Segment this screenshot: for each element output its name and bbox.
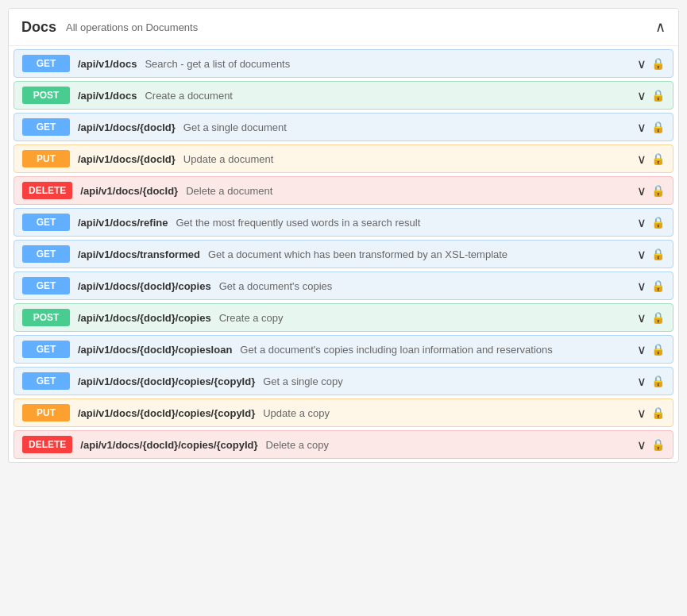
endpoint-path: /api/v1/docs/{docId}/copiesloan	[78, 344, 232, 356]
endpoint-row[interactable]: GET/api/v1/docs/{docId}/copies Get a doc…	[14, 271, 673, 300]
row-actions: ∨🔒	[637, 437, 665, 452]
endpoint-description: Create a copy	[219, 312, 629, 324]
method-badge-get: GET	[22, 277, 70, 295]
endpoint-row[interactable]: DELETE/api/v1/docs/{docId}/copies/{copyI…	[14, 430, 673, 459]
method-badge-get: GET	[22, 214, 70, 231]
docs-subtitle: All operations on Documents	[66, 21, 198, 33]
method-badge-put: PUT	[22, 404, 70, 422]
row-actions: ∨🔒	[637, 310, 665, 325]
method-badge-put: PUT	[22, 150, 70, 167]
row-actions: ∨🔒	[637, 183, 665, 198]
lock-icon: 🔒	[651, 216, 665, 229]
chevron-down-icon[interactable]: ∨	[637, 310, 646, 325]
chevron-down-icon[interactable]: ∨	[637, 406, 646, 421]
endpoint-description: Get a document's copies	[219, 280, 629, 292]
method-badge-get: GET	[22, 341, 70, 358]
lock-icon: 🔒	[651, 248, 665, 260]
chevron-down-icon[interactable]: ∨	[637, 152, 646, 167]
lock-icon: 🔒	[651, 121, 665, 133]
endpoint-row[interactable]: GET/api/v1/docs/transformed Get a docume…	[14, 240, 673, 268]
endpoint-description: Get a single document	[183, 121, 629, 133]
chevron-down-icon[interactable]: ∨	[637, 120, 646, 135]
lock-icon: 🔒	[651, 311, 665, 324]
endpoint-description: Get the most frequently used words in a …	[176, 217, 629, 229]
method-badge-delete: DELETE	[22, 436, 72, 453]
endpoint-path: /api/v1/docs/{docId}/copies/{copyId}	[78, 407, 255, 419]
chevron-down-icon[interactable]: ∨	[637, 342, 646, 357]
row-actions: ∨🔒	[637, 88, 665, 103]
endpoint-path: /api/v1/docs/transformed	[78, 248, 200, 260]
chevron-down-icon[interactable]: ∨	[637, 279, 646, 294]
endpoint-path: /api/v1/docs/{docId}	[80, 185, 178, 197]
endpoint-row[interactable]: GET/api/v1/docs Search - get a list of d…	[14, 49, 673, 78]
chevron-down-icon[interactable]: ∨	[637, 183, 646, 198]
row-actions: ∨🔒	[637, 406, 665, 421]
lock-icon: 🔒	[651, 279, 665, 292]
row-actions: ∨🔒	[637, 215, 665, 230]
chevron-down-icon[interactable]: ∨	[637, 437, 646, 452]
chevron-down-icon[interactable]: ∨	[637, 215, 646, 230]
chevron-down-icon[interactable]: ∨	[637, 247, 646, 262]
row-actions: ∨🔒	[637, 56, 665, 71]
method-badge-get: GET	[22, 118, 70, 136]
endpoint-description: Update a document	[183, 153, 629, 165]
chevron-down-icon[interactable]: ∨	[637, 374, 646, 389]
endpoints-container: GET/api/v1/docs Search - get a list of d…	[9, 49, 678, 459]
collapse-icon[interactable]: ∧	[655, 18, 666, 36]
row-actions: ∨🔒	[637, 120, 665, 135]
endpoint-path: /api/v1/docs	[78, 58, 137, 70]
endpoint-path: /api/v1/docs/{docId}/copies/{copyId}	[80, 439, 257, 451]
endpoint-description: Search - get a list of documents	[145, 58, 629, 70]
endpoint-description: Get a single copy	[263, 375, 629, 387]
endpoint-description: Create a document	[145, 90, 629, 102]
row-actions: ∨🔒	[637, 342, 665, 357]
lock-icon: 🔒	[651, 375, 665, 387]
endpoint-description: Get a document's copies including loan i…	[240, 344, 629, 356]
docs-title: Docs	[21, 19, 56, 36]
method-badge-get: GET	[22, 55, 70, 72]
endpoint-row[interactable]: GET/api/v1/docs/refine Get the most freq…	[14, 208, 673, 237]
endpoint-row[interactable]: GET/api/v1/docs/{docId}/copies/{copyId} …	[14, 367, 673, 395]
method-badge-delete: DELETE	[22, 182, 72, 199]
lock-icon: 🔒	[651, 89, 665, 102]
method-badge-get: GET	[22, 372, 70, 390]
endpoint-row[interactable]: GET/api/v1/docs/{docId}/copiesloan Get a…	[14, 335, 673, 364]
method-badge-post: POST	[22, 309, 70, 326]
lock-icon: 🔒	[651, 438, 665, 451]
lock-icon: 🔒	[651, 57, 665, 70]
endpoint-path: /api/v1/docs	[78, 90, 137, 102]
docs-header-left: Docs All operations on Documents	[21, 19, 198, 36]
endpoint-path: /api/v1/docs/{docId}	[78, 153, 176, 165]
endpoint-row[interactable]: POST/api/v1/docs Create a document∨🔒	[14, 81, 673, 110]
endpoint-description: Delete a copy	[266, 439, 629, 451]
endpoint-description: Delete a document	[186, 185, 629, 197]
docs-section: Docs All operations on Documents ∧ GET/a…	[8, 8, 679, 463]
endpoint-row[interactable]: DELETE/api/v1/docs/{docId} Delete a docu…	[14, 176, 673, 205]
lock-icon: 🔒	[651, 184, 665, 197]
docs-header: Docs All operations on Documents ∧	[9, 9, 678, 46]
endpoint-row[interactable]: POST/api/v1/docs/{docId}/copies Create a…	[14, 303, 673, 332]
endpoint-row[interactable]: PUT/api/v1/docs/{docId}/copies/{copyId} …	[14, 398, 673, 427]
endpoint-description: Update a copy	[263, 407, 629, 419]
endpoint-path: /api/v1/docs/{docId}/copies/{copyId}	[78, 375, 255, 387]
endpoint-path: /api/v1/docs/{docId}/copies	[78, 312, 211, 324]
method-badge-get: GET	[22, 245, 70, 263]
endpoint-row[interactable]: PUT/api/v1/docs/{docId} Update a documen…	[14, 144, 673, 173]
chevron-down-icon[interactable]: ∨	[637, 56, 646, 71]
row-actions: ∨🔒	[637, 247, 665, 262]
endpoint-description: Get a document which has been transforme…	[208, 248, 629, 260]
row-actions: ∨🔒	[637, 152, 665, 167]
lock-icon: 🔒	[651, 406, 665, 419]
endpoint-path: /api/v1/docs/{docId}	[78, 121, 176, 133]
row-actions: ∨🔒	[637, 279, 665, 294]
endpoint-row[interactable]: GET/api/v1/docs/{docId} Get a single doc…	[14, 113, 673, 141]
method-badge-post: POST	[22, 87, 70, 104]
lock-icon: 🔒	[651, 343, 665, 356]
lock-icon: 🔒	[651, 152, 665, 165]
chevron-down-icon[interactable]: ∨	[637, 88, 646, 103]
endpoint-path: /api/v1/docs/{docId}/copies	[78, 280, 211, 292]
row-actions: ∨🔒	[637, 374, 665, 389]
endpoint-path: /api/v1/docs/refine	[78, 217, 168, 229]
